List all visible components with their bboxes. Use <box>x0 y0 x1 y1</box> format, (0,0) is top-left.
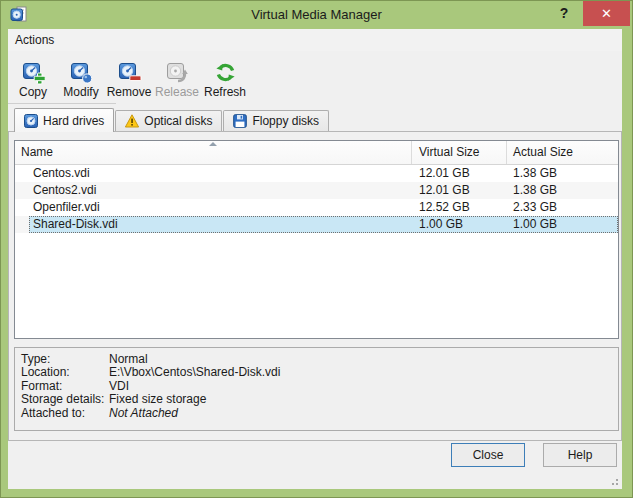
detail-label-attached-to: Attached to: <box>21 407 109 420</box>
release-button: Release <box>154 51 200 103</box>
table-header: Name Virtual Size Actual Size <box>15 141 618 165</box>
hard-drive-icon <box>24 114 38 128</box>
detail-value-format: VDI <box>109 380 129 393</box>
tab-hard-drives-label: Hard drives <box>43 114 104 128</box>
release-label: Release <box>155 85 199 100</box>
modify-disk-icon <box>69 60 94 85</box>
close-button[interactable]: Close <box>451 443 525 467</box>
copy-label: Copy <box>19 85 47 100</box>
virtual-size: 12.52 GB <box>412 199 507 216</box>
tab-optical-disks-label: Optical disks <box>144 114 212 128</box>
warning-icon <box>125 114 139 128</box>
detail-value-attached-to: Not Attached <box>109 407 178 420</box>
actual-size: 1.38 GB <box>507 165 618 182</box>
table-row[interactable]: Openfiler.vdi 12.52 GB 2.33 GB <box>15 199 618 216</box>
refresh-label: Refresh <box>204 85 246 100</box>
disk-details-panel: Type: Normal Location: E:\Vbox\Centos\Sh… <box>14 347 619 431</box>
hard-drives-panel: Name Virtual Size Actual Size Centos.vdi… <box>8 131 622 441</box>
virtual-size: 1.00 GB <box>412 216 507 233</box>
help-titlebar-button[interactable]: ? <box>550 0 578 27</box>
tab-floppy-disks-label: Floppy disks <box>252 114 319 128</box>
tab-hard-drives[interactable]: Hard drives <box>14 108 114 132</box>
menu-bar: Actions <box>8 29 622 51</box>
menu-actions[interactable]: Actions <box>8 29 61 51</box>
remove-disk-icon <box>117 60 142 85</box>
detail-label-type: Type: <box>21 353 109 366</box>
virtual-size: 12.01 GB <box>412 165 507 182</box>
disk-name: Shared-Disk.vdi <box>15 216 412 233</box>
help-button[interactable]: Help <box>543 443 617 467</box>
column-header-actual-size[interactable]: Actual Size <box>507 141 618 164</box>
sort-asc-icon <box>209 142 217 146</box>
modify-button[interactable]: Modify <box>58 51 104 103</box>
close-window-button[interactable]: ✕ <box>583 1 630 26</box>
toolbar-separator <box>8 103 116 104</box>
floppy-icon <box>233 114 247 128</box>
disk-name: Openfiler.vdi <box>15 199 412 216</box>
detail-value-location: E:\Vbox\Centos\Shared-Disk.vdi <box>109 366 280 379</box>
modify-label: Modify <box>63 85 98 100</box>
tab-floppy-disks[interactable]: Floppy disks <box>223 110 329 131</box>
copy-disk-icon <box>21 60 46 85</box>
tab-optical-disks[interactable]: Optical disks <box>115 110 222 131</box>
title-bar[interactable]: Virtual Media Manager ? ✕ <box>0 0 633 29</box>
actual-size: 1.00 GB <box>507 216 618 233</box>
virtual-media-manager-window: Virtual Media Manager ? ✕ Actions Copy <box>0 0 633 498</box>
table-row-selected[interactable]: Shared-Disk.vdi 1.00 GB 1.00 GB <box>15 216 618 233</box>
refresh-button[interactable]: Refresh <box>202 51 248 103</box>
detail-label-format: Format: <box>21 380 109 393</box>
remove-label: Remove <box>107 85 152 100</box>
media-table[interactable]: Name Virtual Size Actual Size Centos.vdi… <box>14 140 619 339</box>
resize-grip[interactable] <box>616 483 618 485</box>
detail-value-storage-details: Fixed size storage <box>109 393 206 406</box>
window-title: Virtual Media Manager <box>0 0 633 29</box>
column-header-virtual-size[interactable]: Virtual Size <box>412 141 507 164</box>
detail-label-storage-details: Storage details: <box>21 393 109 406</box>
detail-value-type: Normal <box>109 353 148 366</box>
release-disk-icon <box>165 60 190 85</box>
toolbar: Copy Modify Remove <box>8 51 622 103</box>
table-row[interactable]: Centos.vdi 12.01 GB 1.38 GB <box>15 165 618 182</box>
virtual-size: 12.01 GB <box>412 182 507 199</box>
dialog-body: Actions Copy Modi <box>8 29 622 489</box>
copy-button[interactable]: Copy <box>10 51 56 103</box>
actual-size: 1.38 GB <box>507 182 618 199</box>
disk-name: Centos2.vdi <box>15 182 412 199</box>
tab-bar: Hard drives Optical disks Floppy disks <box>14 107 330 131</box>
table-row[interactable]: Centos2.vdi 12.01 GB 1.38 GB <box>15 182 618 199</box>
refresh-icon <box>213 60 238 85</box>
column-header-name[interactable]: Name <box>15 141 412 164</box>
detail-label-location: Location: <box>21 366 109 379</box>
actual-size: 2.33 GB <box>507 199 618 216</box>
remove-button[interactable]: Remove <box>106 51 152 103</box>
disk-name: Centos.vdi <box>15 165 412 182</box>
